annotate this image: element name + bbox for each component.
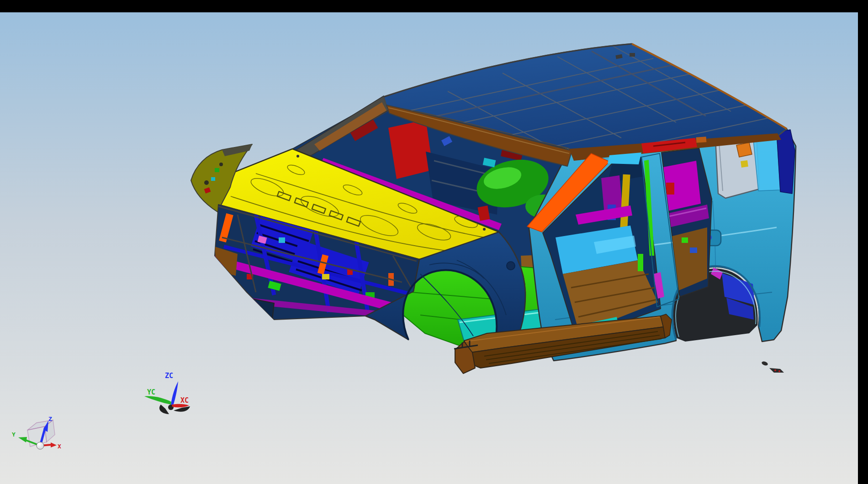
datum-x-label: X: [58, 443, 61, 450]
window-tab-yellow: [741, 160, 748, 168]
datum-origin-ball[interactable]: [37, 442, 44, 449]
cad-viewport-canvas[interactable]: ZC YC XC Z Y X: [0, 0, 868, 484]
fender-hole: [507, 262, 515, 270]
cad-application-window: ZC YC XC Z Y X: [0, 0, 868, 484]
wcs-y-label: YC: [147, 388, 155, 396]
datum-y-label: Y: [12, 431, 16, 438]
wcs-z-label: ZC: [165, 372, 173, 380]
top-black-bar: [0, 0, 868, 12]
datum-z-label: Z: [48, 416, 52, 422]
window-bracket-orange: [736, 142, 752, 157]
wcs-x-label: XC: [180, 396, 189, 405]
right-black-bar: [858, 0, 868, 484]
